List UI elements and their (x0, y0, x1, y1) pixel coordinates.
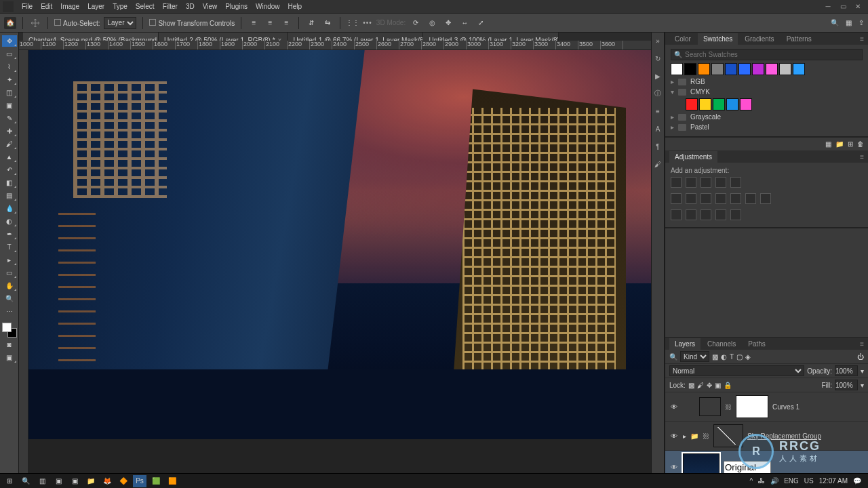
gradient-tool[interactable]: ▤ (2, 190, 17, 201)
channel-mixer-icon[interactable] (730, 193, 741, 204)
taskbar-search-icon[interactable]: 🔍 (19, 475, 33, 487)
tab-swatches[interactable]: Swatches (698, 33, 738, 45)
taskbar-app-5[interactable]: 🔶 (117, 475, 130, 487)
swatch-search-input[interactable] (685, 51, 859, 58)
layer-thumb[interactable] (683, 453, 719, 473)
menu-view[interactable]: View (199, 1, 222, 12)
exposure-icon[interactable] (715, 177, 726, 188)
swatch[interactable] (713, 98, 725, 110)
invert-icon[interactable] (760, 193, 771, 204)
zoom-tool[interactable]: 🔍 (2, 293, 17, 304)
align-more-icon[interactable]: ⋮⋮ (347, 17, 359, 29)
tray-volume-icon[interactable]: 🔊 (770, 477, 778, 485)
menu-layer[interactable]: Layer (83, 1, 108, 12)
swatch[interactable] (766, 63, 778, 75)
pen-tool[interactable]: ✒ (2, 228, 17, 240)
pan-3d-icon[interactable]: ✥ (442, 17, 454, 29)
marquee-tool[interactable]: ▭ (2, 48, 17, 60)
path-select-tool[interactable]: ▸ (2, 254, 17, 266)
chevron-down-icon[interactable]: ▾ (861, 382, 864, 389)
tab-patterns[interactable]: Patterns (781, 33, 817, 45)
delete-swatch-icon[interactable]: 🗑 (857, 140, 864, 148)
properties-panel-icon[interactable]: ≡ (652, 106, 663, 117)
menu-edit[interactable]: Edit (37, 1, 56, 12)
hue-sat-icon[interactable] (671, 193, 682, 204)
rail-flyout-icon[interactable]: » (652, 35, 663, 46)
panel-flyout-icon[interactable]: ≡ (854, 33, 868, 45)
distribute-v-icon[interactable]: ⇆ (321, 17, 334, 29)
task-view-icon[interactable]: ▥ (35, 475, 49, 487)
swatch[interactable] (752, 63, 764, 75)
taskbar-app-2[interactable]: ▣ (68, 475, 81, 487)
tab-layers[interactable]: Layers (669, 338, 701, 350)
swatch[interactable] (793, 63, 805, 75)
filter-type-icon[interactable]: T (730, 353, 734, 361)
tab-channels[interactable]: Channels (702, 338, 741, 350)
slide-3d-icon[interactable]: ↔ (458, 17, 471, 29)
vibrance-icon[interactable] (730, 177, 741, 188)
frame-tool[interactable]: ▣ (2, 100, 17, 111)
adjustment-thumb[interactable] (699, 397, 721, 416)
lock-all-icon[interactable]: 🔒 (724, 382, 732, 389)
canvas[interactable] (28, 50, 651, 473)
visibility-toggle[interactable]: 👁 (669, 432, 679, 440)
menu-select[interactable]: Select (132, 1, 159, 12)
lock-position-icon[interactable]: ✥ (707, 382, 712, 389)
quick-select-tool[interactable]: ✦ (2, 74, 17, 85)
blur-tool[interactable]: 💧 (2, 203, 17, 214)
swatch[interactable] (684, 63, 696, 75)
menu-image[interactable]: Image (56, 1, 83, 12)
tray-notifications-icon[interactable]: 💬 (853, 477, 861, 485)
mask-thumb[interactable] (736, 395, 768, 418)
taskbar-app-8[interactable]: 🟧 (165, 475, 179, 487)
visibility-toggle[interactable]: 👁 (669, 403, 679, 411)
tray-network-icon[interactable]: 🖧 (758, 477, 765, 485)
history-panel-icon[interactable]: ↻ (652, 53, 663, 64)
swatch[interactable] (711, 63, 724, 75)
curves-icon[interactable] (701, 177, 711, 188)
roll-3d-icon[interactable]: ◎ (426, 17, 438, 29)
layer-item-curves[interactable]: 👁 ⛓ Curves 1 (665, 392, 868, 422)
panel-flyout-icon[interactable]: ≡ (854, 151, 868, 163)
window-maximize-button[interactable]: ▭ (835, 1, 850, 12)
bw-icon[interactable] (701, 193, 711, 204)
move-tool[interactable]: ✥ (2, 35, 17, 47)
align-right-icon[interactable]: ≡ (280, 17, 292, 29)
tab-color[interactable]: Color (669, 33, 696, 45)
search-icon[interactable]: 🔍 (831, 19, 839, 26)
menu-plugins[interactable]: Plugins (221, 1, 252, 12)
chevron-down-icon[interactable]: ▾ (861, 367, 864, 375)
tab-adjustments[interactable]: Adjustments (669, 151, 717, 163)
new-swatch-folder-icon[interactable]: 📁 (835, 140, 844, 148)
swatch[interactable] (725, 63, 737, 75)
panel-flyout-icon[interactable]: ≡ (854, 338, 868, 350)
swatch-folder[interactable]: ▸Pastel (671, 122, 863, 132)
crop-tool[interactable]: ◫ (2, 87, 17, 98)
levels-icon[interactable] (686, 177, 696, 188)
lasso-tool[interactable]: ⌇ (2, 61, 17, 73)
color-balance-icon[interactable] (686, 193, 696, 204)
options-overflow-icon[interactable]: ••• (363, 19, 372, 26)
ruler-vertical[interactable] (19, 50, 28, 473)
hand-tool[interactable]: ✋ (2, 280, 17, 291)
toolbar-more-icon[interactable]: ⋯ (2, 306, 17, 317)
taskbar-app-6[interactable]: Ps (133, 475, 146, 487)
tab-gradients[interactable]: Gradients (739, 33, 779, 45)
screen-mode-toggle[interactable]: ▣ (2, 352, 17, 363)
swatch-grid-icon[interactable]: ▦ (825, 140, 831, 148)
tray-lang1[interactable]: ENG (784, 477, 799, 485)
swatch[interactable] (726, 98, 738, 110)
lock-transparency-icon[interactable]: ▩ (688, 382, 694, 389)
swatch[interactable] (740, 98, 752, 110)
brightness-contrast-icon[interactable] (671, 177, 682, 188)
fill-input[interactable] (835, 380, 858, 390)
new-swatch-icon[interactable]: ⊞ (848, 140, 853, 148)
ruler-horizontal[interactable]: 1000110012001300140015001600170018001900… (19, 41, 651, 50)
visibility-toggle[interactable]: 👁 (669, 464, 679, 471)
filter-toggle[interactable]: ⏻ (857, 353, 864, 361)
tab-paths[interactable]: Paths (743, 338, 771, 350)
brush-tool[interactable]: 🖌 (2, 138, 17, 150)
gradient-map-icon[interactable] (701, 209, 711, 220)
menu-help[interactable]: Help (284, 1, 307, 12)
menu-filter[interactable]: Filter (159, 1, 182, 12)
